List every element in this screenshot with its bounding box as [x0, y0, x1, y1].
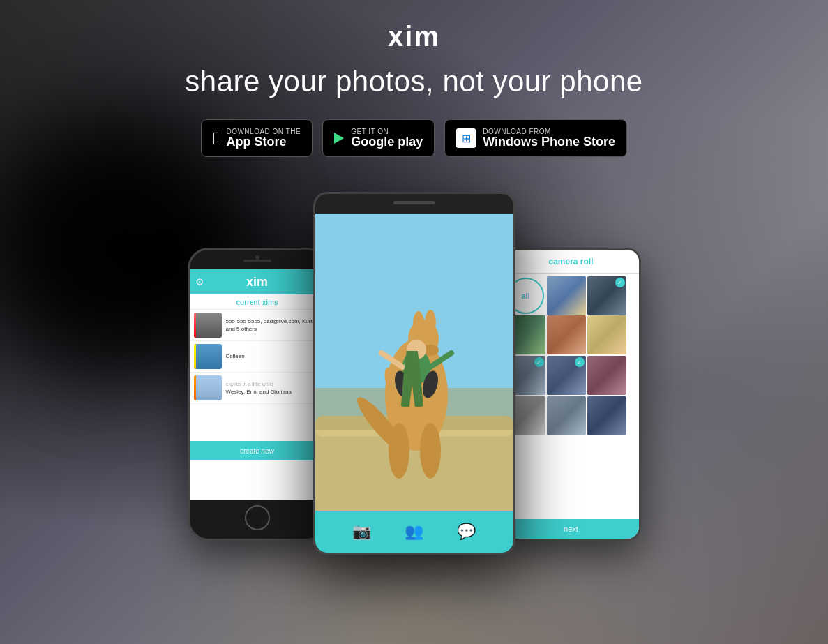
googleplay-button[interactable]: GET IT ON Google play [322, 119, 435, 157]
windowsphone-button[interactable]: ⊞ Download from Windows Phone Store [444, 119, 627, 157]
list-contact-1: 555-555-5555, dad@live.com, Kurt and 5 o… [226, 318, 313, 332]
phones-display: ⚙ xim current xims 555-555-5555, dad@liv… [0, 192, 828, 555]
list-text-1: 555-555-5555, dad@live.com, Kurt and 5 o… [226, 317, 321, 333]
phone-center-screen [315, 214, 513, 511]
phone-left-header: ⚙ xim [190, 269, 325, 294]
gear-icon: ⚙ [195, 276, 204, 287]
camera-roll-footer[interactable]: next [504, 519, 639, 539]
camera-roll-row-3: ✓ ✓ [504, 356, 639, 395]
svg-point-12 [420, 423, 441, 479]
selected-check: ✓ [615, 278, 625, 287]
grid-cell[interactable] [587, 396, 626, 435]
phone-right: camera roll all ✓ [502, 248, 641, 541]
camera-roll-row-2 [504, 315, 639, 354]
phone-left-logo: xim [246, 275, 268, 290]
grid-cell[interactable]: ✓ [587, 276, 626, 315]
apple-icon:  [213, 128, 220, 149]
list-text-2: Colleen [226, 352, 245, 360]
camera-roll-header: camera roll [504, 250, 639, 274]
center-photo [315, 214, 513, 511]
grid-cell[interactable] [587, 315, 626, 354]
list-thumb-1 [194, 313, 222, 338]
list-item: Colleen [190, 341, 325, 373]
phone-center: 📷 👥 💬 [313, 192, 515, 555]
next-label: next [564, 525, 578, 533]
phone-center-bottom-nav: 📷 👥 💬 [315, 511, 513, 553]
svg-point-6 [413, 311, 424, 336]
photo-thumbnail [587, 356, 626, 395]
grid-cell[interactable] [547, 276, 586, 315]
selected-check: ✓ [575, 357, 585, 367]
play-icon [334, 133, 344, 144]
phone-speaker [243, 260, 271, 262]
appstore-line1: Download on the [226, 128, 301, 135]
current-xims-title: current xims [190, 294, 325, 310]
googleplay-text: GET IT ON Google play [351, 128, 423, 149]
chat-icon[interactable]: 💬 [457, 523, 476, 541]
windows-icon: ⊞ [456, 128, 476, 148]
photo-thumbnail [587, 315, 626, 354]
windowsphone-text: Download from Windows Phone Store [483, 128, 615, 149]
photo-thumbnail [547, 396, 586, 435]
windowsphone-line1: Download from [483, 128, 615, 135]
photo-thumbnail [547, 276, 586, 315]
appstore-button[interactable]:  Download on the App Store [201, 119, 313, 157]
grid-cell[interactable] [547, 396, 586, 435]
selected-check: ✓ [534, 357, 544, 367]
list-item: 555-555-5555, dad@live.com, Kurt and 5 o… [190, 310, 325, 341]
photo-thumbnail [547, 315, 586, 354]
create-new-label: create new [240, 447, 274, 455]
grid-cell[interactable] [587, 356, 626, 395]
store-buttons-group:  Download on the App Store GET IT ON Go… [201, 119, 627, 157]
windowsphone-line2: Windows Phone Store [483, 135, 615, 149]
people-icon[interactable]: 👥 [405, 523, 423, 541]
googleplay-line2: Google play [351, 135, 423, 149]
list-thumb-3 [194, 375, 222, 400]
camera-roll-row-4 [504, 396, 639, 435]
page-content: xim share your photos, not your phone  … [0, 0, 828, 555]
googleplay-line1: GET IT ON [351, 128, 423, 135]
appstore-line2: App Store [226, 135, 301, 149]
camera-roll-title: camera roll [548, 257, 593, 267]
phone-left-screen: ⚙ xim current xims 555-555-5555, dad@liv… [190, 269, 325, 500]
list-text-3: expires in a little while Wesley, Erin, … [226, 380, 292, 396]
tagline: share your photos, not your phone [185, 65, 642, 98]
list-contact-3: Wesley, Erin, and Gloriana [226, 389, 292, 395]
photo-thumbnail [587, 396, 626, 435]
list-contact-2: Colleen [226, 353, 245, 359]
phone-left-footer[interactable]: create new [190, 441, 325, 460]
list-expires-3: expires in a little while [226, 382, 273, 387]
phone-left: ⚙ xim current xims 555-555-5555, dad@liv… [188, 248, 327, 541]
photo-svg [315, 214, 513, 511]
appstore-text: Download on the App Store [226, 128, 301, 149]
app-logo: xim [388, 21, 440, 52]
svg-point-7 [425, 310, 436, 335]
list-thumb-2 [194, 344, 222, 369]
grid-cell[interactable] [547, 315, 586, 354]
grid-cell[interactable]: ✓ [547, 356, 586, 395]
camera-roll-row-1: all ✓ [504, 274, 639, 315]
photos-icon[interactable]: 📷 [352, 523, 371, 541]
svg-point-15 [407, 340, 426, 359]
phone-right-screen: camera roll all ✓ [504, 250, 639, 539]
list-item: expires in a little while Wesley, Erin, … [190, 373, 325, 404]
